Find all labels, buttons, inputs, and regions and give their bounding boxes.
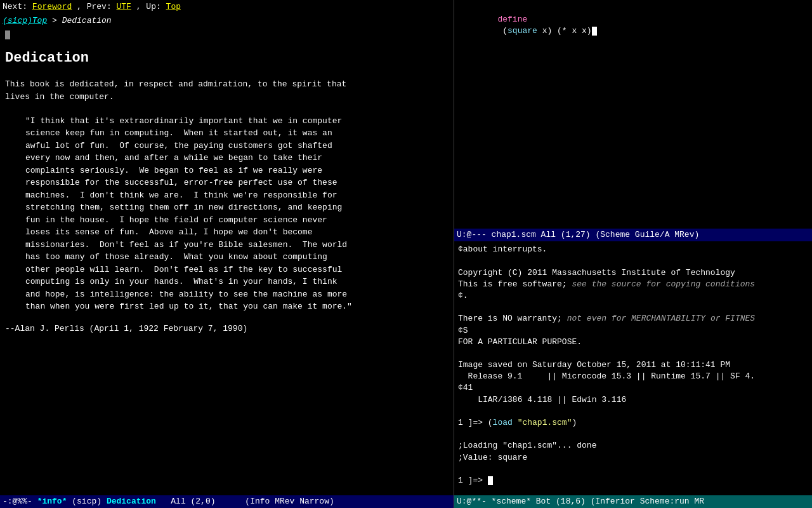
- repl-line-blank6: [458, 464, 808, 475]
- repl-line-free: This is free software; see the source fo…: [458, 279, 808, 290]
- editor-cursor: [592, 27, 597, 36]
- right-pane: define (square x) (* x x) U:@--- chap1.s…: [454, 0, 812, 508]
- breadcrumb-current: Dedication: [62, 16, 112, 25]
- repl-line-blank4: [458, 406, 808, 417]
- next-label: Next:: [3, 2, 27, 11]
- repl-line-dot: ¢.: [458, 290, 808, 302]
- breadcrumb: (sicp)Top > Dedication: [0, 14, 454, 28]
- repl-line-load-cmd: 1 ]=> (load "chap1.scm"): [458, 417, 808, 429]
- repl-line-blank3: [458, 348, 808, 359]
- cursor-indicator: [5, 30, 10, 39]
- repl-area[interactable]: ¢about interrupts. Copyright (C) 2011 Ma…: [454, 241, 812, 495]
- repl-line-purpose: FOR A PARTICULAR PURPOSE.: [458, 337, 808, 348]
- repl-line-blank2: [458, 302, 808, 313]
- left-pane: Next: Foreword , Prev: UTF , Up: Top (si…: [0, 0, 454, 508]
- repl-line-image: Image saved on Saturday October 15, 2011…: [458, 359, 808, 371]
- mode-line-right-bottom: U:@**- *scheme* Bot (18,6) (Inferior Sch…: [454, 495, 812, 508]
- repl-line-prompt: 1 ]=>: [458, 475, 808, 486]
- repl-line-copyright: Copyright (C) 2011 Massachusetts Institu…: [458, 267, 808, 279]
- repl-line-s: ¢S: [458, 325, 808, 337]
- repl-line-about: ¢about interrupts.: [458, 244, 808, 255]
- mode-line-section: Dedication: [107, 496, 156, 507]
- doc-attribution: --Alan J. Perlis (April 1, 1922 February…: [5, 323, 449, 335]
- mode-line-dash: -:@%%-: [3, 496, 32, 507]
- mode-line-path: (sicp): [72, 496, 102, 507]
- doc-title: Dedication: [5, 49, 449, 69]
- editor-area[interactable]: define (square x) (* x x): [454, 0, 812, 229]
- editor-line-1: define (square x) (* x x): [458, 3, 808, 49]
- mode-line-left: -:@%%- *info* (sicp) Dedication All (2,0…: [0, 495, 454, 508]
- doc-quote: "I think that it's extraordinarily impor…: [25, 115, 449, 313]
- prev-label: Prev:: [87, 2, 112, 11]
- prev-link[interactable]: UTF: [117, 2, 131, 11]
- doc-content: Dedication This book is dedicated, in re…: [0, 46, 454, 495]
- repl-line-liar: LIAR/i386 4.118 || Edwin 3.116: [458, 394, 808, 406]
- repl-cursor: [488, 476, 493, 485]
- repl-line-blank5: [458, 429, 808, 440]
- repl-line-loading: ;Loading "chap1.scm"... done: [458, 440, 808, 451]
- repl-line-41: ¢41: [458, 382, 808, 394]
- breadcrumb-sicp[interactable]: (sicp)Top: [3, 16, 47, 25]
- nav-bar: Next: Foreword , Prev: UTF , Up: Top: [0, 0, 454, 14]
- repl-line-release: Release 9.1 || Microcode 15.3 || Runtime…: [458, 371, 808, 382]
- up-link[interactable]: Top: [166, 2, 181, 11]
- up-label: Up:: [146, 2, 160, 11]
- repl-line-warranty: There is NO warranty; not even for MERCH…: [458, 313, 808, 324]
- mode-line-buffer: *info*: [37, 496, 67, 507]
- doc-intro: This book is dedicated, in respect and a…: [5, 78, 449, 103]
- repl-line-value: ;Value: square: [458, 452, 808, 464]
- mode-line-mode: (Info MRev Narrow): [245, 496, 334, 507]
- mode-line-right-top: U:@--- chap1.scm All (1,27) (Scheme Guil…: [454, 229, 812, 241]
- repl-line-blank1: [458, 255, 808, 267]
- next-link[interactable]: Foreword: [32, 2, 72, 11]
- mode-line-position: All (2,0): [171, 496, 215, 507]
